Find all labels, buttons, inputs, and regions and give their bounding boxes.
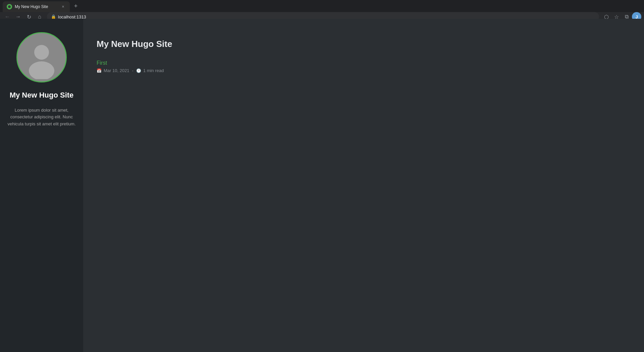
main-content: My New Hugo Site First 📅 Mar 10, 2021 - …: [83, 19, 644, 352]
post-link[interactable]: First: [97, 60, 631, 66]
new-tab-button[interactable]: +: [71, 1, 80, 11]
post-read-time: 1 min read: [143, 68, 164, 73]
svg-point-1: [34, 45, 49, 60]
tab-title: My New Hugo Site: [15, 4, 58, 9]
site-heading: My New Hugo Site: [97, 39, 631, 49]
meta-separator: -: [132, 68, 133, 73]
calendar-icon: 📅: [97, 68, 102, 73]
sidebar-title: My New Hugo Site: [10, 91, 74, 100]
sidebar: My New Hugo Site Lorem ipsum dolor sit a…: [0, 19, 83, 352]
page: My New Hugo Site Lorem ipsum dolor sit a…: [0, 19, 644, 352]
post-item: First 📅 Mar 10, 2021 - 🕐 1 min read: [97, 60, 631, 73]
post-date: Mar 10, 2021: [104, 68, 129, 73]
active-tab[interactable]: My New Hugo Site ×: [3, 1, 70, 12]
sidebar-description: Lorem ipsum dolor sit amet, consectetur …: [7, 107, 76, 128]
tab-bar: My New Hugo Site × +: [0, 0, 644, 12]
avatar-image: [20, 36, 63, 79]
lock-icon: 🔒: [51, 14, 56, 19]
tab-favicon: [7, 4, 12, 9]
browser-chrome: My New Hugo Site × + ← → ↻ ⌂ 🔒 localhost…: [0, 0, 644, 19]
post-meta: 📅 Mar 10, 2021 - 🕐 1 min read: [97, 68, 631, 73]
avatar: [16, 32, 67, 82]
tab-close-button[interactable]: ×: [60, 4, 66, 9]
clock-icon: 🕐: [136, 68, 141, 73]
